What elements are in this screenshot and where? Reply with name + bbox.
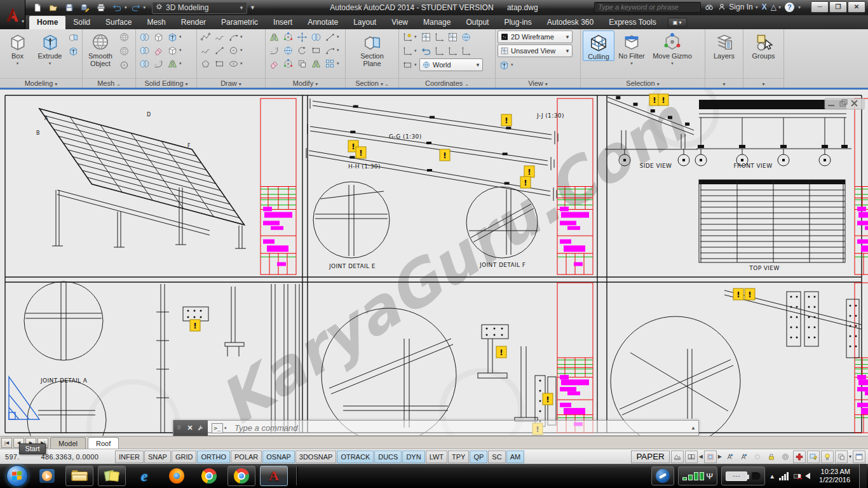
solid-edit-faces-icon[interactable]: [166, 30, 179, 43]
new-button[interactable]: [31, 1, 44, 14]
presspull-icon[interactable]: [67, 44, 80, 57]
viewport-next-icon[interactable]: ▶: [718, 454, 722, 459]
groups-button[interactable]: Groups: [748, 30, 780, 60]
command-close-icon[interactable]: ✕: [187, 424, 193, 432]
status-toggle[interactable]: SNAP: [144, 451, 171, 463]
ucs-icon[interactable]: [401, 30, 414, 43]
status-toggle[interactable]: QP: [470, 451, 487, 463]
offset-icon[interactable]: [268, 44, 281, 57]
move-gizmo-button[interactable]: Move Gizmo▾: [649, 30, 696, 67]
intersect-icon[interactable]: [138, 44, 151, 57]
command-line[interactable]: ⠿ ✕ >_ ▾ ▲: [173, 420, 699, 436]
taskbar-chrome-2[interactable]: [227, 466, 255, 486]
copy-icon[interactable]: [309, 30, 323, 43]
command-input[interactable]: [229, 423, 691, 433]
extract-edges-icon[interactable]: [166, 44, 179, 57]
spline-icon[interactable]: [199, 44, 212, 57]
smooth-object-button[interactable]: Smooth Object: [85, 30, 116, 67]
ucs-named-icon[interactable]: [419, 30, 433, 43]
panel-title-selection[interactable]: Selection ▾: [581, 78, 705, 88]
ucs-x-icon[interactable]: [401, 44, 414, 57]
taskbar-explorer[interactable]: [65, 466, 93, 486]
status-toggle[interactable]: DUCS: [374, 451, 402, 463]
slice-icon[interactable]: [152, 44, 165, 57]
ribbon-tab[interactable]: Plug-ins: [496, 16, 539, 29]
save-button[interactable]: [62, 1, 76, 14]
status-toggle[interactable]: OSNAP: [262, 451, 295, 463]
status-toggle[interactable]: LWT: [426, 451, 447, 463]
ucs-view-icon[interactable]: [446, 30, 459, 43]
smooth-more-icon[interactable]: [118, 30, 131, 43]
view-cube-icon[interactable]: [498, 58, 511, 71]
ucs-face-icon[interactable]: [401, 58, 414, 71]
ucs-combo[interactable]: World▼: [419, 58, 483, 71]
box-button[interactable]: Box▾: [2, 30, 33, 67]
application-status-button[interactable]: [853, 451, 865, 463]
array-icon[interactable]: [323, 57, 337, 70]
status-toggle[interactable]: DYN: [402, 451, 424, 463]
undo-button[interactable]: [110, 1, 124, 14]
status-toggle[interactable]: SC: [488, 451, 505, 463]
drawing-canvas[interactable]: KaryaGuru.Com !!!!!!!!!!!!!!: [0, 90, 868, 436]
named-view-combo[interactable]: Unsaved View▼: [498, 44, 573, 57]
status-toggle[interactable]: OTRACK: [337, 451, 374, 463]
panel-title-groups[interactable]: ▾: [743, 78, 783, 88]
taskbar-internet-explorer[interactable]: e: [130, 466, 158, 486]
ribbon-tab[interactable]: Autodesk 360: [539, 16, 601, 29]
circle-icon[interactable]: [227, 44, 240, 57]
save-as-button[interactable]: [78, 1, 92, 14]
ribbon-tab[interactable]: Solid: [65, 16, 98, 29]
drag-handle-icon[interactable]: ⠿: [177, 426, 184, 430]
help-caret-icon[interactable]: ▾: [798, 4, 801, 10]
quick-view-layouts-button[interactable]: [671, 451, 684, 463]
status-toggle[interactable]: TPY: [448, 451, 469, 463]
measure-icon[interactable]: [323, 30, 337, 43]
ucs-z-axis-icon[interactable]: [446, 44, 459, 57]
ribbon-tab[interactable]: Mesh: [139, 16, 173, 29]
polysolid-icon[interactable]: [67, 30, 80, 43]
smooth-refine-icon[interactable]: [118, 58, 131, 71]
taskbar-chrome[interactable]: [195, 466, 223, 486]
status-toggle[interactable]: GRID: [172, 451, 197, 463]
panel-title-layers[interactable]: ▾: [705, 78, 743, 88]
drawing-window-controls[interactable]: [825, 98, 864, 109]
annotation-visibility-button[interactable]: [723, 451, 736, 463]
panel-title-mesh[interactable]: Mesh ⌄: [83, 78, 135, 88]
3d-move-icon[interactable]: [295, 30, 309, 43]
panel-title-draw[interactable]: Draw ▾: [197, 78, 265, 88]
application-menu-button[interactable]: ▾: [0, 0, 25, 29]
3d-scale-icon[interactable]: [281, 44, 295, 57]
help-button[interactable]: ?: [785, 3, 794, 12]
ellipse-icon[interactable]: [227, 57, 240, 70]
shell-icon[interactable]: [152, 57, 165, 70]
viewport-prev-icon[interactable]: ◀: [699, 454, 703, 459]
annotation-autoscale-button[interactable]: [737, 451, 750, 463]
layers-button[interactable]: Layers: [709, 30, 740, 60]
interfere-icon[interactable]: [138, 57, 151, 70]
hidden-icons-button[interactable]: ▲: [769, 473, 775, 480]
volume-icon[interactable]: [805, 473, 810, 479]
status-toggle[interactable]: ORTHO: [197, 451, 230, 463]
ucs-object-icon[interactable]: [433, 44, 446, 57]
command-line-grip[interactable]: ⠿ ✕: [173, 420, 208, 436]
ribbon-tab[interactable]: Parametric: [214, 16, 266, 29]
3d-rotate-icon[interactable]: [281, 30, 295, 43]
ribbon-tab[interactable]: View: [384, 16, 416, 29]
redo-button[interactable]: [129, 1, 143, 14]
ribbon-tab[interactable]: Express Tools: [601, 16, 663, 29]
ucs-origin-icon[interactable]: [433, 30, 446, 43]
panel-title-section[interactable]: Section ▾ ⌄: [346, 78, 398, 88]
ribbon-tab[interactable]: Surface: [98, 16, 139, 29]
toolbar-lock-button[interactable]: [765, 451, 778, 463]
clean-screen-button[interactable]: [835, 451, 848, 463]
panel-title-view[interactable]: View ▾: [496, 78, 580, 88]
ribbon-tab[interactable]: Annotate: [300, 16, 346, 29]
tray-wireless-button[interactable]: Ψ: [678, 466, 717, 485]
start-button[interactable]: [6, 465, 28, 487]
command-history-caret-icon[interactable]: ▾: [224, 426, 229, 431]
search-icon[interactable]: [705, 3, 714, 11]
status-toggle[interactable]: AM: [506, 451, 525, 463]
undo-caret-icon[interactable]: ▾: [125, 5, 127, 10]
extrude-button[interactable]: Extrude▾: [34, 30, 65, 67]
status-toggle[interactable]: POLAR: [231, 451, 262, 463]
